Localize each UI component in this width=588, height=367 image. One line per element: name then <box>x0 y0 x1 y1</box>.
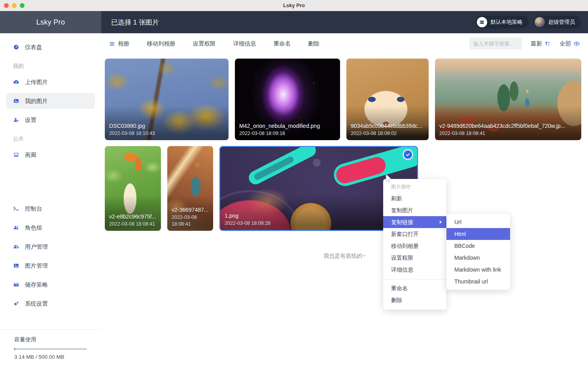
capacity-label: 容量使用 <box>14 336 87 343</box>
check-icon <box>405 152 410 157</box>
image-filename: M42_orion_nebula_modified.png <box>239 123 337 129</box>
menu-item-set-permission[interactable]: 设置权限 <box>383 252 446 264</box>
toolbar: 相册 移动到相册 设置权限 详细信息 重命名 删除 最新 AZ 全部 <box>101 33 588 54</box>
server-icon <box>477 17 487 27</box>
header-main: 已选择 1 张图片 默认本地策略 超级管理员 <box>101 11 588 33</box>
user-plus-icon <box>13 117 19 123</box>
storage-progress-fill <box>14 348 15 350</box>
selected-check-badge[interactable] <box>403 149 413 160</box>
sidebar-item-gallery[interactable]: 画廊 <box>6 147 95 163</box>
sidebar-label: 仪表盘 <box>25 44 42 51</box>
image-date: 2022-03-08 18:08:41 <box>109 221 158 228</box>
brand-logo: Lsky Pro <box>0 11 101 33</box>
submenu-item-html[interactable]: Html <box>446 228 510 240</box>
sidebar-item-role-group[interactable]: 角色组 <box>6 220 95 236</box>
image-date: 2022-03-08 18:08:41 <box>439 130 578 137</box>
image-filename: v2-e8b2c96c975f... <box>109 213 158 220</box>
sort-button[interactable]: 最新 AZ <box>531 40 551 48</box>
move-to-album-button[interactable]: 移动到相册 <box>147 40 176 48</box>
sidebar-label: 画廊 <box>25 151 36 159</box>
image-date: 2022-03-08 18:08:41 <box>172 214 210 228</box>
sidebar-item-dashboard[interactable]: 仪表盘 <box>6 39 95 55</box>
sidebar-item-image-management[interactable]: 图片管理 <box>6 258 95 274</box>
gauge-icon <box>13 44 19 50</box>
sidebar-item-settings[interactable]: 设置 <box>6 112 95 128</box>
terminal-icon <box>13 205 19 212</box>
menu-item-move-to-album[interactable]: 移动到相册 <box>383 240 446 252</box>
sidebar-label: 设置 <box>25 116 36 124</box>
sidebar-item-console[interactable]: 控制台 <box>6 201 95 217</box>
sidebar-item-user-management[interactable]: 用户管理 <box>6 239 95 255</box>
close-button[interactable] <box>4 3 9 8</box>
menu-item-copy-link[interactable]: 复制链接 <box>383 216 446 228</box>
menu-divider <box>383 279 446 280</box>
submenu-item-bbcode[interactable]: BBCode <box>446 240 510 252</box>
toolbar-right: 最新 AZ 全部 <box>469 38 580 49</box>
menu-item-copy-image[interactable]: 复制图片 <box>383 204 446 216</box>
storage-progress-bar <box>14 348 87 350</box>
sidebar-item-upload[interactable]: 上传图片 <box>6 74 95 90</box>
sidebar-item-my-images[interactable]: 我的图片 <box>6 93 95 109</box>
submenu-arrow-icon <box>440 221 442 224</box>
hamburger-icon <box>109 41 115 47</box>
gallery-row-2: v2-e8b2c96c975f... 2022-03-08 18:08:41 v… <box>105 146 584 231</box>
submenu-item-markdown-with-link[interactable]: Markdown with link <box>446 264 510 276</box>
image-gallery: DSC03880.jpg 2022-03-08 18:10:43 M42_ori… <box>101 54 588 260</box>
menu-item-detail-info[interactable]: 详细信息 <box>383 264 446 276</box>
capacity-usage-text: 3.14 MB / 500.00 MB <box>14 354 87 360</box>
sidebar-spacer <box>0 164 101 199</box>
laptop-icon <box>13 152 19 158</box>
image-filename: v2-36697487... <box>172 207 210 213</box>
selection-title: 已选择 1 张图片 <box>111 18 159 27</box>
user-name-label: 超级管理员 <box>548 19 575 26</box>
image-card[interactable]: v2-e8b2c96c975f... 2022-03-08 18:08:41 <box>105 146 161 231</box>
submenu-item-thumbnail-url[interactable]: Thumbnail url <box>446 276 510 287</box>
detail-info-button[interactable]: 详细信息 <box>233 40 256 48</box>
sidebar: 仪表盘 我的 上传图片 我的图片 设置 公共 画廊 控制台 角色组 <box>0 33 101 367</box>
sidebar-item-system-settings[interactable]: 系统设置 <box>6 296 95 312</box>
sidebar-item-storage-policy[interactable]: 储存策略 <box>6 277 95 293</box>
image-card[interactable]: v2-36697487... 2022-03-08 18:08:41 <box>167 146 213 231</box>
image-card[interactable]: v2-9489d620be64aab423cdc2ff5bf0ebaf_720w… <box>435 59 581 140</box>
gallery-row-1: DSC03880.jpg 2022-03-08 18:10:43 M42_ori… <box>105 59 584 140</box>
submenu-item-url[interactable]: Url <box>446 216 510 228</box>
rename-button[interactable]: 重命名 <box>274 40 291 48</box>
copy-link-submenu: Url Html BBCode Markdown Markdown with l… <box>446 214 510 290</box>
sidebar-label: 图片管理 <box>25 262 48 270</box>
filter-button[interactable]: 全部 <box>560 40 580 48</box>
sidebar-label: 角色组 <box>25 224 42 232</box>
header-right: 默认本地策略 超级管理员 <box>476 16 581 29</box>
storage-policy-button[interactable]: 默认本地策略 <box>476 16 529 29</box>
delete-button[interactable]: 删除 <box>308 40 320 48</box>
avatar <box>535 17 545 27</box>
album-button[interactable]: 相册 <box>109 40 129 48</box>
set-permission-button[interactable]: 设置权限 <box>193 40 216 48</box>
image-icon <box>13 98 19 104</box>
image-filename: v2-9489d620be64aab423cdc2ff5bf0ebaf_720w… <box>439 123 578 129</box>
traffic-lights <box>4 3 25 8</box>
sidebar-section-my: 我的 <box>13 62 101 70</box>
sort-alpha-icon: AZ <box>545 40 551 47</box>
submenu-item-markdown[interactable]: Markdown <box>446 252 510 264</box>
image-filename: 9034ab5cc0844ebdbb39dc... <box>351 123 425 129</box>
minimize-button[interactable] <box>12 3 17 8</box>
end-of-list-text: 我也是有底线的~ <box>105 253 584 260</box>
sidebar-label: 系统设置 <box>25 300 48 308</box>
image-date: 2022-03-08 18:09:16 <box>239 130 337 137</box>
image-card[interactable]: M42_orion_nebula_modified.png 2022-03-08… <box>235 59 340 140</box>
menu-item-delete[interactable]: 删除 <box>383 294 446 306</box>
user-menu-button[interactable]: 超级管理员 <box>533 16 581 29</box>
zoom-button[interactable] <box>20 3 25 8</box>
image-card[interactable]: DSC03880.jpg 2022-03-08 18:10:43 <box>105 59 229 140</box>
gears-icon <box>13 300 19 307</box>
menu-item-rename[interactable]: 重命名 <box>383 282 446 294</box>
users-icon <box>13 224 19 231</box>
search-input[interactable] <box>469 38 522 49</box>
sidebar-label: 储存策略 <box>25 281 48 289</box>
menu-item-open-new-window[interactable]: 新窗口打开 <box>383 228 446 240</box>
sidebar-label: 我的图片 <box>25 97 48 105</box>
menu-item-refresh[interactable]: 刷新 <box>383 192 446 204</box>
image-card[interactable]: 9034ab5cc0844ebdbb39dc... 2022-03-08 18:… <box>346 59 429 140</box>
macos-titlebar: Lsky Pro <box>0 0 588 11</box>
image-context-menu: 图片操作 刷新 复制图片 复制链接 新窗口打开 移动到相册 设置权限 详细信息 … <box>383 179 446 310</box>
